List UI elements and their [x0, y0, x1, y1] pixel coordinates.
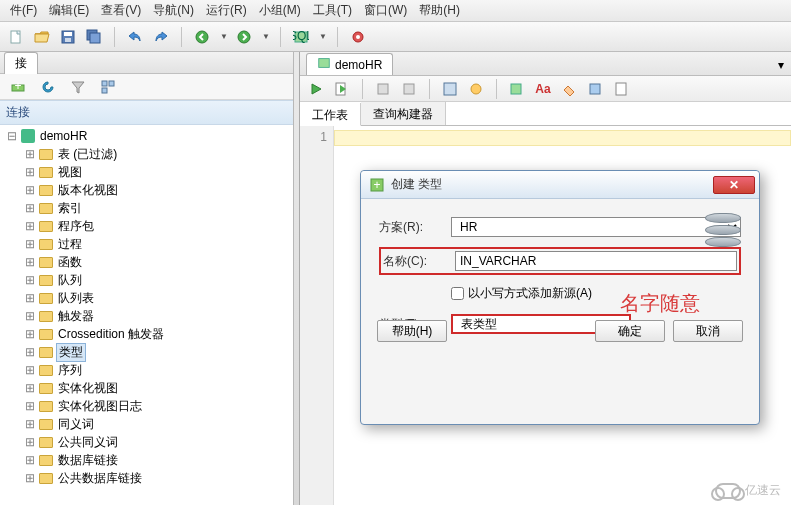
tree-item[interactable]: ⊞触发器: [20, 307, 293, 325]
folder-icon: [38, 380, 54, 396]
case-icon[interactable]: Aa: [533, 79, 553, 99]
tree-item[interactable]: ⊞索引: [20, 199, 293, 217]
expand-icon[interactable]: ⊞: [24, 183, 36, 197]
svg-text:+: +: [14, 79, 21, 93]
expand-icon[interactable]: ⊞: [24, 309, 36, 323]
menu-window[interactable]: 窗口(W): [358, 0, 413, 21]
tree-item[interactable]: ⊞程序包: [20, 217, 293, 235]
rollback-icon[interactable]: [399, 79, 419, 99]
tree-item[interactable]: ⊞同义词: [20, 415, 293, 433]
save-icon[interactable]: [58, 27, 78, 47]
tree-item-label: 函数: [56, 254, 84, 271]
open-icon[interactable]: [32, 27, 52, 47]
expand-icon[interactable]: ⊞: [24, 417, 36, 431]
tree-item[interactable]: ⊞类型: [20, 343, 293, 361]
tree-item[interactable]: ⊞队列: [20, 271, 293, 289]
tree-item[interactable]: ⊞视图: [20, 163, 293, 181]
forward-icon[interactable]: [234, 27, 254, 47]
tree-item[interactable]: ⊞公共数据库链接: [20, 469, 293, 487]
folder-icon: [38, 164, 54, 180]
ws-tab-querybuilder[interactable]: 查询构建器: [361, 102, 446, 125]
expand-icon[interactable]: ⊞: [24, 471, 36, 485]
dialog-titlebar[interactable]: + 创建 类型 ✕: [361, 171, 759, 199]
tree-item[interactable]: ⊞数据库链接: [20, 451, 293, 469]
dropdown-icon[interactable]: ▼: [262, 32, 270, 41]
collapse-icon[interactable]: ⊟: [6, 129, 18, 143]
sql-icon[interactable]: SQL: [291, 27, 311, 47]
filter-icon[interactable]: [68, 77, 88, 97]
tree-root[interactable]: ⊟ demoHR: [2, 127, 293, 145]
scheme-select[interactable]: HR: [451, 217, 741, 237]
tree-item[interactable]: ⊞实体化视图日志: [20, 397, 293, 415]
expand-icon[interactable]: ⊞: [24, 363, 36, 377]
expand-icon[interactable]: ⊞: [24, 255, 36, 269]
connections-tab[interactable]: 接: [4, 52, 38, 74]
close-icon[interactable]: ✕: [713, 176, 755, 194]
commit-icon[interactable]: [373, 79, 393, 99]
editor-tab[interactable]: demoHR: [306, 53, 393, 75]
tree-item[interactable]: ⊞过程: [20, 235, 293, 253]
dropdown-icon[interactable]: ▼: [319, 32, 327, 41]
left-toolbar: +: [0, 74, 293, 100]
run-icon[interactable]: [306, 79, 326, 99]
debug-icon[interactable]: [348, 27, 368, 47]
cancel-button[interactable]: 取消: [673, 320, 743, 342]
settings-icon[interactable]: [585, 79, 605, 99]
refresh-icon[interactable]: [38, 77, 58, 97]
expand-icon[interactable]: ⊞: [24, 399, 36, 413]
svg-rect-3: [65, 38, 71, 42]
menu-view[interactable]: 查看(V): [95, 0, 147, 21]
menu-tools[interactable]: 工具(T): [307, 0, 358, 21]
sql-history-icon[interactable]: [507, 79, 527, 99]
expand-icon[interactable]: ⊞: [24, 201, 36, 215]
tree-item[interactable]: ⊞队列表: [20, 289, 293, 307]
menu-file[interactable]: 件(F): [4, 0, 43, 21]
connection-tree[interactable]: ⊟ demoHR ⊞表 (已过滤)⊞视图⊞版本化视图⊞索引⊞程序包⊞过程⊞函数⊞…: [0, 125, 293, 505]
tree-item-label: 实体化视图日志: [56, 398, 144, 415]
autotrace-icon[interactable]: [466, 79, 486, 99]
expand-icon[interactable]: ⊞: [24, 291, 36, 305]
expand-icon[interactable]: ⊞: [24, 327, 36, 341]
new-icon[interactable]: [6, 27, 26, 47]
explain-icon[interactable]: [440, 79, 460, 99]
expand-icon[interactable]: ⊞: [24, 273, 36, 287]
ws-tab-worksheet[interactable]: 工作表: [300, 103, 361, 126]
connections-header: 连接: [0, 100, 293, 125]
expand-icon[interactable]: ⊞: [24, 219, 36, 233]
lowercase-checkbox[interactable]: [451, 287, 464, 300]
expand-icon[interactable]: ⊞: [24, 435, 36, 449]
redo-icon[interactable]: [151, 27, 171, 47]
report-icon[interactable]: [611, 79, 631, 99]
tree-item[interactable]: ⊞版本化视图: [20, 181, 293, 199]
run-script-icon[interactable]: [332, 79, 352, 99]
ok-button[interactable]: 确定: [595, 320, 665, 342]
expand-icon[interactable]: ⊞: [24, 165, 36, 179]
tree-item[interactable]: ⊞表 (已过滤): [20, 145, 293, 163]
tree-item[interactable]: ⊞序列: [20, 361, 293, 379]
expand-icon[interactable]: [98, 77, 118, 97]
undo-icon[interactable]: [125, 27, 145, 47]
expand-icon[interactable]: ⊞: [24, 345, 36, 359]
menu-edit[interactable]: 编辑(E): [43, 0, 95, 21]
dropdown-icon[interactable]: ▼: [220, 32, 228, 41]
clear-icon[interactable]: [559, 79, 579, 99]
expand-icon[interactable]: ⊞: [24, 237, 36, 251]
menu-help[interactable]: 帮助(H): [413, 0, 466, 21]
tree-item[interactable]: ⊞实体化视图: [20, 379, 293, 397]
tree-item[interactable]: ⊞Crossedition 触发器: [20, 325, 293, 343]
tree-item[interactable]: ⊞公共同义词: [20, 433, 293, 451]
svg-point-11: [356, 35, 360, 39]
expand-icon[interactable]: ⊞: [24, 453, 36, 467]
saveall-icon[interactable]: [84, 27, 104, 47]
menu-navigate[interactable]: 导航(N): [147, 0, 200, 21]
tree-item[interactable]: ⊞函数: [20, 253, 293, 271]
new-connection-icon[interactable]: +: [8, 77, 28, 97]
name-field[interactable]: [455, 251, 737, 271]
help-button[interactable]: 帮助(H): [377, 320, 447, 342]
expand-icon[interactable]: ⊞: [24, 381, 36, 395]
menu-team[interactable]: 小组(M): [253, 0, 307, 21]
back-icon[interactable]: [192, 27, 212, 47]
tab-menu-icon[interactable]: ▾: [771, 55, 791, 75]
expand-icon[interactable]: ⊞: [24, 147, 36, 161]
menu-run[interactable]: 运行(R): [200, 0, 253, 21]
